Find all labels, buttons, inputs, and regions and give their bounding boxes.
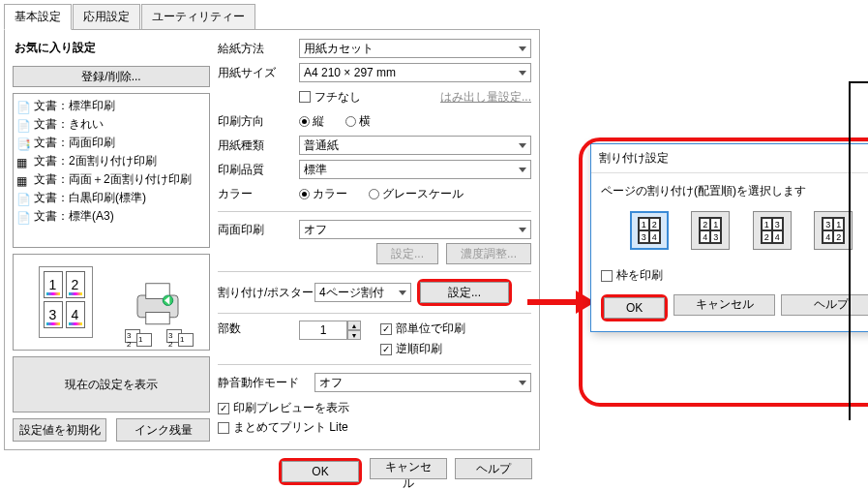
page-edge-decoration <box>849 81 868 420</box>
printer-icon <box>131 275 185 329</box>
layout-dialog-message: ページの割り付け(配置順)を選択します <box>601 183 868 199</box>
paper-size-label: 用紙サイズ <box>218 65 299 81</box>
duplex-icon: 📑 <box>16 138 30 149</box>
layout-select[interactable]: 4ページ割付 <box>314 283 411 302</box>
quiet-mode-label: 静音動作モード <box>218 375 314 391</box>
layout-options-grid: 1234 2143 1324 3142 <box>601 211 868 261</box>
list-item[interactable]: ▦文書：2面割り付け印刷 <box>16 152 206 170</box>
print-dialog: 基本設定 応用設定 ユーティリティー お気に入り設定 登録/削除... 📄文書：… <box>4 4 540 486</box>
quiet-mode-select[interactable]: オフ <box>314 373 531 392</box>
print-preview-checkbox[interactable]: 印刷プレビューを表示 <box>218 400 531 416</box>
highlight-box: OK <box>601 294 668 321</box>
layout-option-4[interactable]: 3142 <box>814 211 853 250</box>
copies-spinner[interactable]: ▲▼ <box>299 321 361 340</box>
borderless-checkbox[interactable]: フチなし <box>299 89 361 106</box>
register-delete-button[interactable]: 登録/削除... <box>13 66 210 87</box>
document-icon: 📄 <box>16 101 30 112</box>
quality-select[interactable]: 標準 <box>299 160 531 179</box>
color-label: カラー <box>218 186 299 202</box>
reset-settings-button[interactable]: 設定値を初期化 <box>13 418 106 442</box>
collate-checkbox[interactable]: 部単位で印刷 <box>380 321 465 337</box>
orientation-landscape-radio[interactable]: 横 <box>345 113 371 130</box>
layout-ok-button[interactable]: OK <box>604 297 665 319</box>
help-button[interactable]: ヘルプ <box>455 458 532 479</box>
tab-utility[interactable]: ユーティリティー <box>141 4 255 29</box>
layout-option-3[interactable]: 1324 <box>753 211 792 250</box>
collate-preview-icon: 321 <box>125 329 164 347</box>
layout-dialog-button-row: OK キャンセル ヘルプ <box>601 294 868 321</box>
show-current-settings-button[interactable]: 現在の設定を表示 <box>13 356 210 413</box>
dialog-button-row: OK キャンセル ヘルプ <box>4 450 540 489</box>
highlight-box: OK <box>279 458 362 485</box>
print-preview: 12 34 321 321 <box>13 254 210 351</box>
arrow-icon <box>527 290 595 314</box>
paper-type-label: 用紙種類 <box>218 138 299 154</box>
list-item[interactable]: 📄文書：標準印刷 <box>16 97 206 115</box>
layout-dialog: 割り付け設定 ページの割り付け(配置順)を選択します 1234 2143 132… <box>590 143 868 332</box>
color-radio[interactable]: カラー <box>299 186 347 202</box>
tab-content-basic: お気に入り設定 登録/削除... 📄文書：標準印刷 📄文書：きれい 📑文書：両面… <box>4 30 540 450</box>
presets-list[interactable]: 📄文書：標準印刷 📄文書：きれい 📑文書：両面印刷 ▦文書：2面割り付け印刷 ▦… <box>13 93 210 248</box>
list-item[interactable]: 📄文書：きれい <box>16 115 206 134</box>
document-icon: 📄 <box>16 193 30 204</box>
tabs: 基本設定 応用設定 ユーティリティー <box>4 4 540 30</box>
presets-title: お気に入り設定 <box>15 40 210 56</box>
layout-settings-button[interactable]: 設定... <box>420 282 509 303</box>
orientation-label: 印刷方向 <box>218 113 299 130</box>
tab-basic[interactable]: 基本設定 <box>4 4 72 30</box>
paper-size-select[interactable]: A4 210 × 297 mm <box>299 63 531 82</box>
layout-icon: ▦ <box>16 156 30 168</box>
matomete-print-checkbox[interactable]: まとめてプリント Lite <box>218 419 531 436</box>
quality-label: 印刷品質 <box>218 162 299 178</box>
duplex-select[interactable]: オフ <box>299 220 531 239</box>
copies-input[interactable] <box>299 321 347 340</box>
list-item[interactable]: 📑文書：両面印刷 <box>16 134 206 152</box>
list-item[interactable]: 📄文書：標準(A3) <box>16 207 206 226</box>
layout-icon: ▦ <box>16 174 30 186</box>
presets-column: お気に入り設定 登録/削除... 📄文書：標準印刷 📄文書：きれい 📑文書：両面… <box>13 38 210 442</box>
layout-cancel-button[interactable]: キャンセル <box>673 294 774 316</box>
list-item[interactable]: ▦文書：両面＋2面割り付け印刷 <box>16 170 206 189</box>
layout-dialog-title: 割り付け設定 <box>591 144 868 173</box>
settings-column: 給紙方法 用紙カセット 用紙サイズ A4 210 × 297 mm フチなし は… <box>218 38 531 442</box>
layout-label: 割り付け/ポスター <box>218 285 314 301</box>
paper-source-select[interactable]: 用紙カセット <box>299 39 531 58</box>
layout-option-1[interactable]: 1234 <box>630 211 669 250</box>
ok-button[interactable]: OK <box>282 461 359 482</box>
density-adjust-button: 濃度調整... <box>446 243 531 264</box>
cancel-button[interactable]: キャンセル <box>370 458 447 479</box>
paper-type-select[interactable]: 普通紙 <box>299 136 531 155</box>
duplex-settings-button: 設定... <box>376 243 438 264</box>
svg-rect-2 <box>145 313 169 324</box>
bleed-settings-link: はみ出し量設定... <box>440 89 531 106</box>
spinner-down[interactable]: ▼ <box>347 330 361 340</box>
orientation-portrait-radio[interactable]: 縦 <box>299 113 324 130</box>
duplex-label: 両面印刷 <box>218 222 299 238</box>
document-icon: 📄 <box>16 211 30 223</box>
reverse-order-checkbox[interactable]: 逆順印刷 <box>380 341 465 357</box>
list-item[interactable]: 📄文書：白黒印刷(標準) <box>16 189 206 207</box>
tab-advanced[interactable]: 応用設定 <box>73 4 140 29</box>
spinner-up[interactable]: ▲ <box>347 321 361 330</box>
ink-level-button[interactable]: インク残量 <box>116 418 210 442</box>
copies-label: 部数 <box>218 321 299 337</box>
highlight-box: 設定... <box>417 279 512 306</box>
layout-option-2[interactable]: 2143 <box>691 211 730 250</box>
document-icon: 📄 <box>16 119 30 131</box>
paper-source-label: 給紙方法 <box>218 41 299 57</box>
collate-preview-icon: 321 <box>166 329 205 347</box>
print-frame-checkbox[interactable]: 枠を印刷 <box>601 267 663 284</box>
grayscale-radio[interactable]: グレースケール <box>369 186 464 202</box>
layout-dialog-wrap: 割り付け設定 ページの割り付け(配置順)を選択します 1234 2143 132… <box>590 143 868 332</box>
preview-sheet: 12 34 <box>39 266 93 338</box>
